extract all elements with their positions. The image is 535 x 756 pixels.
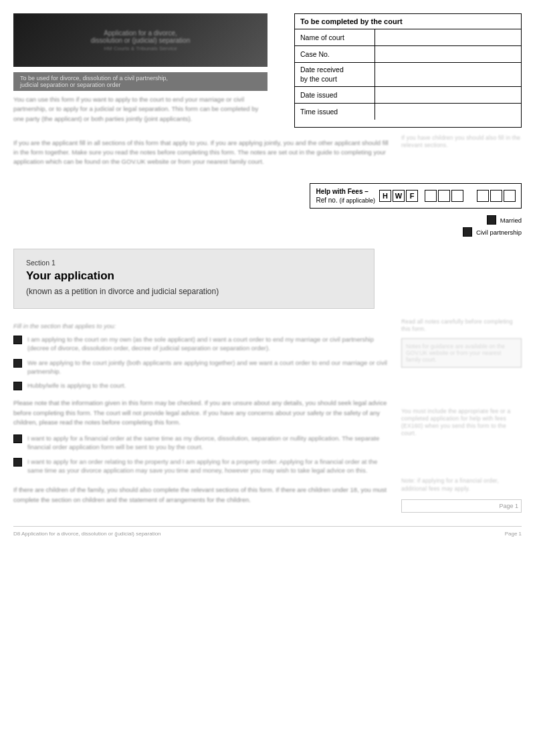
right-col-text-3: Note: if applying for a financial order,… (401, 477, 522, 492)
checkbox-married-row: Married (487, 215, 522, 225)
court-box-header: To be completed by the court (295, 14, 521, 29)
hwf-dash-1[interactable] (425, 190, 437, 202)
section1-label: Section 1 (26, 259, 362, 267)
content-right: If you have children you should also fil… (401, 134, 522, 174)
header-logo-area: Application for a divorce,dissolution or… (13, 13, 268, 67)
court-box: To be completed by the court Name of cou… (294, 13, 522, 128)
right-col-text-2: You must include the appropriate fee or … (401, 408, 522, 437)
help-fees-ref: Ref no. (if applicable) (316, 197, 375, 204)
header-subtitle-bar: To be used for divorce, dissolution of a… (13, 72, 268, 91)
body-para-2: Please note that the information given i… (13, 398, 393, 427)
check-item-2: We are applying to the court jointly (bo… (13, 358, 393, 376)
checkbox-3[interactable] (13, 382, 22, 390)
header-left: Application for a divorce,dissolution or… (13, 13, 268, 128)
check-item-4: I want to apply for a financial order at… (13, 434, 393, 452)
right-top-text: If you have children you should also fil… (401, 134, 522, 149)
help-fees-box: Help with Fees – Ref no. (if applicable)… (310, 183, 522, 209)
col-left: Fill in the section that applies to you:… (13, 318, 393, 512)
header-area: Application for a divorce,dissolution or… (13, 13, 522, 128)
hwf-w: W (393, 190, 405, 202)
right-col-text-1: Read all notes carefully before completi… (401, 318, 522, 333)
page: Application for a divorce,dissolution or… (0, 0, 535, 756)
case-no-value[interactable] (375, 46, 521, 62)
hwf-h: H (379, 190, 391, 202)
checkbox-4[interactable] (13, 434, 22, 443)
hwf-dash-4[interactable] (477, 190, 489, 202)
check-text-1: I am applying to the court on my own (as… (27, 335, 393, 353)
hwf-f: F (406, 190, 418, 202)
date-issued-row: Date issued (295, 87, 521, 104)
check-item-3: Hubby/wife is applying to the court. (13, 381, 393, 390)
main-body-two-col: Fill in the section that applies to you:… (13, 318, 522, 512)
hwf-letters: H W F (379, 190, 418, 202)
body-intro-text: If you are the applicant fill in all sec… (13, 138, 395, 167)
check-text-2: We are applying to the court jointly (bo… (27, 358, 393, 376)
court-name-label: Name of court (295, 29, 375, 45)
time-issued-label: Time issued (295, 104, 375, 120)
col-right: Read all notes carefully before completi… (401, 318, 522, 512)
hwf-dash-5[interactable] (490, 190, 502, 202)
checkbox-civil-row: Civil partnership (463, 227, 522, 237)
section1-subtitle: (known as a petition in divorce and judi… (26, 287, 362, 296)
checkbox-married-label: Married (500, 217, 522, 224)
help-fees-label: Help with Fees – Ref no. (if applicable) (316, 187, 375, 205)
hwf-dash-3[interactable] (451, 190, 463, 202)
checkbox-5[interactable] (13, 458, 22, 467)
case-no-label: Case No. (295, 46, 375, 62)
section1-box: Section 1 Your application (known as a p… (13, 249, 374, 309)
content-main: If you are the applicant fill in all sec… (13, 134, 522, 174)
footer: D8 Application for a divorce, dissolutio… (13, 526, 522, 537)
time-issued-value[interactable] (375, 104, 521, 120)
right-col-box-1: Notes for guidance are available on the … (401, 338, 522, 368)
checkbox-married[interactable] (487, 215, 496, 225)
right-page-ref: Page 1 (401, 499, 522, 513)
help-fees-section: Help with Fees – Ref no. (if applicable)… (13, 183, 522, 209)
date-received-label: Date receivedby the court (295, 63, 375, 86)
hwf-dashes-2 (477, 190, 516, 202)
checkbox-2[interactable] (13, 359, 22, 368)
court-name-value[interactable] (375, 29, 521, 45)
hwf-dash-2[interactable] (438, 190, 450, 202)
check-item-5: I want to apply for an order relating to… (13, 457, 393, 475)
check-text-5: I want to apply for an order relating to… (27, 457, 393, 475)
checkbox-civil-label: Civil partnership (476, 229, 522, 236)
check-text-4: I want to apply for a financial order at… (27, 434, 393, 452)
court-name-row: Name of court (295, 29, 521, 46)
checkbox-civil[interactable] (463, 227, 472, 237)
check-text-3: Hubby/wife is applying to the court. (27, 381, 393, 390)
time-issued-row: Time issued (295, 104, 521, 120)
date-received-value[interactable] (375, 63, 521, 86)
header-body-text: You can use this form if you want to app… (13, 95, 268, 124)
body-para-3: If there are children of the family, you… (13, 485, 393, 505)
case-no-row: Case No. (295, 46, 521, 63)
help-fees-title: Help with Fees – (316, 188, 368, 195)
checkbox-section: Married Civil partnership (13, 215, 522, 237)
footer-right: Page 1 (505, 531, 522, 537)
hwf-dash-6[interactable] (504, 190, 516, 202)
date-received-row: Date receivedby the court (295, 63, 521, 87)
body-heading1: Fill in the section that applies to you: (13, 322, 393, 330)
footer-left: D8 Application for a divorce, dissolutio… (13, 531, 161, 537)
header-logo-text: Application for a divorce,dissolution or… (91, 29, 190, 51)
section1-title: Your application (26, 269, 362, 283)
date-issued-label: Date issued (295, 87, 375, 103)
check-item-1: I am applying to the court on my own (as… (13, 335, 393, 353)
hwf-dashes-1 (425, 190, 463, 202)
date-issued-value[interactable] (375, 87, 521, 103)
content-left: If you are the applicant fill in all sec… (13, 134, 395, 174)
checkbox-1[interactable] (13, 336, 22, 344)
